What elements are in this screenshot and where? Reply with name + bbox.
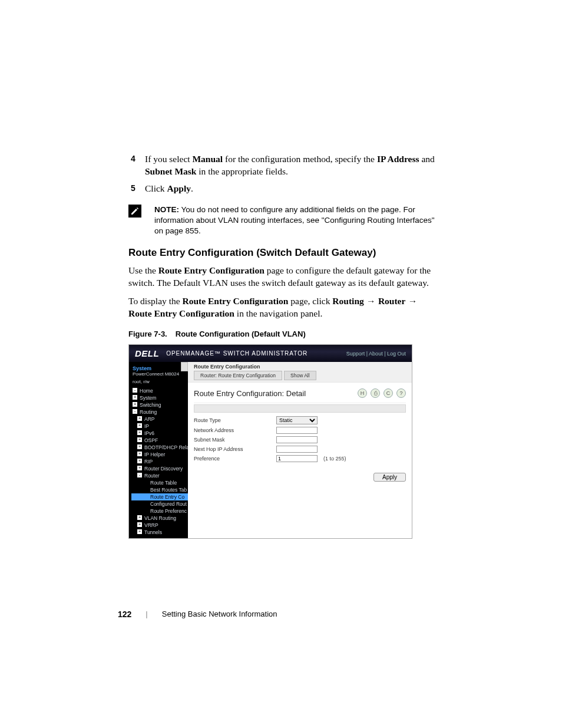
nav-item-label: System (140, 395, 156, 401)
nav-item[interactable]: Best Routes Tab (131, 486, 188, 493)
nav-item[interactable]: Home (131, 387, 188, 394)
nav-item[interactable]: Routing (131, 409, 188, 416)
content-panel: Route Entry Configuration Router: Route … (188, 362, 412, 538)
scroll-up-icon[interactable] (181, 362, 188, 371)
nav-item[interactable]: Tunnels (131, 529, 188, 536)
step-5: 5 Click Apply. (128, 183, 438, 195)
subnet-mask-input[interactable] (276, 436, 318, 443)
expand-icon[interactable] (137, 529, 142, 534)
nav-item[interactable]: IP Helper (131, 451, 188, 458)
form-row-next-hop: Next Hop IP Address (194, 444, 406, 454)
form-row-preference: Preference (1 to 255) (194, 454, 406, 463)
nav-item-label: RIP (144, 459, 153, 465)
step-text: If you select Manual for the configurati… (145, 154, 435, 176)
preference-input[interactable] (276, 455, 318, 462)
figure-caption: Figure 7-3.Route Configuration (Default … (128, 330, 438, 338)
h-icon[interactable]: H (358, 388, 367, 398)
nav-item[interactable]: Route Table (131, 479, 188, 486)
expand-icon[interactable] (133, 402, 137, 407)
body-paragraph: Use the Route Entry Configuration page t… (128, 265, 438, 289)
next-hop-input[interactable] (276, 446, 318, 453)
nav-item-label: Route Preferenc (150, 508, 187, 514)
nav-item[interactable]: VLAN Routing (131, 515, 188, 522)
refresh-icon[interactable]: C (384, 388, 393, 398)
expand-icon[interactable] (137, 444, 142, 449)
nav-item-label: Router (144, 473, 160, 479)
expand-icon[interactable] (137, 459, 142, 463)
separator (194, 403, 406, 403)
note-block: NOTE: You do not need to configure any a… (128, 205, 438, 237)
tab-show-all[interactable]: Show All (284, 371, 316, 380)
document-page: 4 If you select Manual for the configura… (0, 0, 562, 619)
expand-icon[interactable] (137, 416, 142, 421)
nav-item[interactable]: Configured Rout (131, 500, 188, 508)
page-number: 122 (118, 610, 131, 619)
note-label: NOTE: (154, 205, 179, 214)
nav-item-label: IPv6 (144, 430, 154, 436)
tab-detail[interactable]: Router: Route Entry Configuration (194, 371, 282, 380)
header-links[interactable]: Support | About | Log Out (346, 351, 406, 357)
nav-item-label: Best Routes Tab (150, 487, 187, 493)
nav-item-label: IP Helper (144, 452, 165, 457)
dell-logo: DELL (135, 348, 159, 358)
nav-tree[interactable]: System PowerConnect M8024 root, r/w Home… (129, 362, 188, 538)
ordered-steps: 4 If you select Manual for the configura… (128, 153, 438, 195)
print-icon[interactable]: ⎙ (371, 388, 380, 398)
nav-item[interactable]: Router Discovery (131, 465, 188, 472)
nav-item-label: Router Discovery (144, 466, 183, 472)
step-text: Click Apply. (145, 183, 193, 193)
step-4: 4 If you select Manual for the configura… (128, 153, 438, 178)
nav-item[interactable]: Router (131, 472, 188, 479)
nav-item-label: Configured Rout (150, 501, 187, 507)
route-type-select[interactable]: Static (276, 416, 318, 424)
nav-product: PowerConnect M8024 (131, 372, 188, 380)
nav-item-label: Route Entry Co (150, 494, 184, 500)
nav-item-label: IP (144, 423, 149, 429)
app-title: OPENMANAGE™ SWITCH ADMINISTRATOR (166, 350, 308, 357)
network-address-input[interactable] (276, 427, 318, 434)
note-text: You do not need to configure any additio… (154, 205, 435, 235)
nav-item[interactable]: VRRP (131, 522, 188, 529)
nav-user: root, r/w (131, 380, 188, 387)
preference-range: (1 to 255) (323, 456, 346, 462)
nav-item-label: OSPF (144, 437, 158, 443)
nav-item-label: Route Table (150, 480, 177, 486)
form-row-route-type: Route Type Static (194, 415, 406, 426)
help-icon[interactable]: ? (396, 388, 406, 398)
expand-icon[interactable] (137, 452, 142, 456)
expand-icon[interactable] (137, 423, 142, 428)
nav-item[interactable]: Route Preferenc (131, 508, 188, 515)
pencil-note-icon (128, 205, 141, 218)
nav-item[interactable]: Switching (131, 401, 188, 409)
expand-icon[interactable] (133, 409, 137, 414)
form-row-subnet-mask: Subnet Mask (194, 435, 406, 444)
expand-icon[interactable] (137, 522, 142, 527)
nav-item[interactable]: RIP (131, 458, 188, 465)
nav-item-label: ARP (144, 416, 154, 422)
expand-icon[interactable] (133, 388, 137, 393)
footer-divider: | (146, 610, 147, 618)
nav-item[interactable]: Route Entry Co (131, 493, 188, 500)
nav-item-label: Switching (140, 402, 161, 408)
expand-icon[interactable] (137, 466, 142, 470)
expand-icon[interactable] (137, 515, 142, 520)
expand-icon[interactable] (137, 430, 142, 435)
figure-screenshot: DELL OPENMANAGE™ SWITCH ADMINISTRATOR Su… (128, 344, 412, 539)
nav-item[interactable]: ARP (131, 416, 188, 423)
expand-icon[interactable] (133, 395, 137, 400)
nav-item[interactable]: BOOTP/DHCP Relay (131, 444, 188, 451)
nav-item[interactable]: OSPF (131, 437, 188, 444)
nav-item-label: BOOTP/DHCP Relay (144, 444, 188, 450)
nav-item[interactable]: IP (131, 423, 188, 430)
nav-item-label: VLAN Routing (144, 515, 176, 521)
expand-icon[interactable] (137, 473, 142, 477)
chapter-title: Setting Basic Network Information (162, 610, 277, 618)
step-number: 5 (131, 183, 135, 194)
step-number: 4 (131, 153, 135, 164)
nav-item[interactable]: System (131, 394, 188, 401)
expand-icon[interactable] (137, 437, 142, 442)
apply-button[interactable]: Apply (373, 473, 406, 482)
nav-item[interactable]: IPv6 (131, 430, 188, 437)
nav-item-label: Routing (140, 409, 157, 415)
nav-item-label: Home (140, 388, 153, 394)
